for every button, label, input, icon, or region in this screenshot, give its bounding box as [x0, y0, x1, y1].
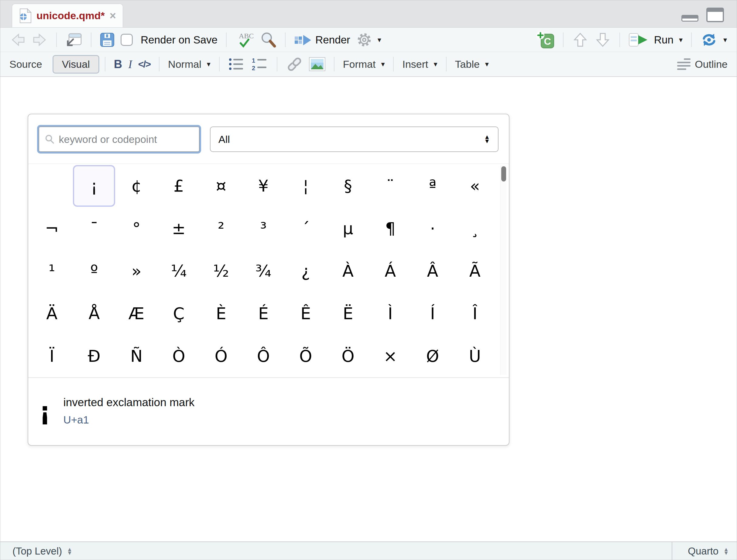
char-cell[interactable]: Ê	[285, 293, 327, 334]
char-cell[interactable]: Ø	[411, 335, 454, 377]
char-cell[interactable]: ¼	[158, 250, 200, 292]
char-cell[interactable]: Ã	[454, 250, 496, 292]
block-filter-select[interactable]: All ▲▼	[210, 126, 498, 152]
char-cell[interactable]: ¯	[73, 208, 115, 249]
char-cell[interactable]: Ö	[327, 335, 369, 377]
maximize-pane-icon[interactable]	[706, 8, 724, 22]
char-cell[interactable]: Ó	[200, 335, 242, 377]
outline-toggle[interactable]: Outline	[677, 58, 728, 71]
char-cell[interactable]	[31, 165, 73, 207]
find-replace-button[interactable]	[257, 32, 280, 48]
char-cell[interactable]: ×	[369, 335, 411, 377]
char-cell[interactable]: ´	[285, 208, 327, 249]
rerun-options-caret-icon[interactable]: ▾	[723, 36, 727, 44]
char-cell[interactable]: µ	[327, 208, 369, 249]
char-cell[interactable]: ¸	[454, 208, 496, 249]
render-options-button[interactable]: ▾	[353, 32, 384, 48]
char-cell[interactable]: Æ	[115, 293, 158, 334]
source-mode-button[interactable]: Source	[9, 58, 42, 70]
char-cell[interactable]: «	[454, 165, 496, 207]
char-cell[interactable]: Ô	[242, 335, 284, 377]
char-cell[interactable]: È	[200, 293, 242, 334]
char-cell[interactable]: Ù	[454, 335, 496, 377]
insert-chunk-button[interactable]: C	[533, 31, 557, 49]
minimize-pane-icon[interactable]	[681, 15, 698, 22]
char-cell[interactable]: Å	[73, 293, 115, 334]
rerun-button[interactable]: ▾	[697, 33, 730, 47]
bold-button[interactable]: B	[111, 58, 125, 71]
italic-button[interactable]: I	[125, 57, 135, 71]
char-cell[interactable]: Ç	[158, 293, 200, 334]
doc-type-selector[interactable]: Quarto ▲▼	[672, 542, 737, 560]
char-cell[interactable]: ¾	[242, 250, 284, 292]
char-cell[interactable]: ¬	[31, 208, 73, 249]
char-cell[interactable]: Ä	[31, 293, 73, 334]
char-cell[interactable]: Î	[454, 293, 496, 334]
char-cell[interactable]: ¤	[200, 165, 242, 207]
grid-scrollbar-thumb[interactable]	[501, 166, 506, 181]
char-cell[interactable]: É	[242, 293, 284, 334]
bullet-list-button[interactable]	[225, 57, 248, 71]
scope-selector[interactable]: (Top Level) ▲▼	[0, 542, 672, 560]
char-cell[interactable]: »	[115, 250, 158, 292]
grid-scrollbar[interactable]	[500, 166, 506, 375]
char-cell[interactable]: ¥	[242, 165, 284, 207]
char-cell[interactable]: Á	[369, 250, 411, 292]
insert-link-button[interactable]	[283, 57, 306, 71]
char-cell[interactable]: Ñ	[115, 335, 158, 377]
table-menu[interactable]: Table ▾	[452, 58, 492, 70]
tab-close-icon[interactable]: ×	[110, 10, 116, 21]
char-cell[interactable]: ¢	[115, 165, 158, 207]
char-cell[interactable]: ¶	[369, 208, 411, 249]
char-cell[interactable]: ¦	[285, 165, 327, 207]
codepoint-search-input[interactable]	[59, 133, 194, 145]
preview-glyph: ¡	[39, 397, 50, 426]
char-cell[interactable]: §	[327, 165, 369, 207]
char-cell[interactable]: º	[73, 250, 115, 292]
char-cell[interactable]: Ò	[158, 335, 200, 377]
char-cell[interactable]: À	[327, 250, 369, 292]
paragraph-style-dropdown[interactable]: Normal ▾	[165, 58, 214, 70]
char-cell[interactable]: £	[158, 165, 200, 207]
char-cell[interactable]: ¡	[73, 165, 115, 207]
char-cell[interactable]: Í	[411, 293, 454, 334]
open-in-new-window-button[interactable]	[62, 32, 85, 48]
run-button[interactable]: Run ▾	[625, 32, 686, 47]
render-button[interactable]: Render	[291, 33, 353, 47]
code-button[interactable]: </>	[135, 59, 153, 70]
render-on-save-checkbox[interactable]	[121, 34, 133, 46]
char-cell[interactable]: Â	[411, 250, 454, 292]
char-cell[interactable]: ½	[200, 250, 242, 292]
go-previous-section-button[interactable]	[569, 32, 591, 48]
char-cell[interactable]: Ð	[73, 335, 115, 377]
tab-unicode-qmd[interactable]: unicode.qmd* ×	[12, 4, 123, 27]
char-cell[interactable]: ª	[411, 165, 454, 207]
char-cell[interactable]: Õ	[285, 335, 327, 377]
status-bar: (Top Level) ▲▼ Quarto ▲▼	[0, 541, 737, 560]
char-cell[interactable]: ¹	[31, 250, 73, 292]
char-cell[interactable]: ¿	[285, 250, 327, 292]
render-on-save-toggle[interactable]: Render on Save	[118, 34, 221, 46]
char-cell[interactable]: °	[115, 208, 158, 249]
insert-image-button[interactable]	[306, 57, 329, 71]
visual-editor-canvas[interactable]: All ▲▼ ¡¢£¤¥¦§¨ª«¬¯°±²³´µ¶·¸¹º»¼½¾¿ÀÁÂÃÄ…	[0, 77, 737, 541]
char-cell[interactable]: Ë	[327, 293, 369, 334]
spellcheck-button[interactable]: ABC	[232, 32, 257, 48]
char-cell[interactable]: ²	[200, 208, 242, 249]
save-button[interactable]	[97, 33, 118, 47]
char-cell[interactable]: ±	[158, 208, 200, 249]
char-cell[interactable]: ¨	[369, 165, 411, 207]
insert-menu[interactable]: Insert ▾	[399, 58, 440, 70]
run-options-caret-icon[interactable]: ▾	[679, 36, 683, 44]
format-menu[interactable]: Format ▾	[340, 58, 388, 70]
char-cell[interactable]: ³	[242, 208, 284, 249]
char-cell[interactable]: Ì	[369, 293, 411, 334]
numbered-list-button[interactable]: 1 2	[248, 57, 271, 71]
visual-mode-button[interactable]: Visual	[53, 55, 99, 74]
forward-button[interactable]	[29, 33, 51, 47]
char-cell[interactable]: ·	[411, 208, 454, 249]
back-button[interactable]	[7, 33, 29, 47]
go-next-section-button[interactable]	[591, 32, 614, 48]
char-cell[interactable]: Ï	[31, 335, 73, 377]
svg-text:C: C	[544, 36, 551, 47]
